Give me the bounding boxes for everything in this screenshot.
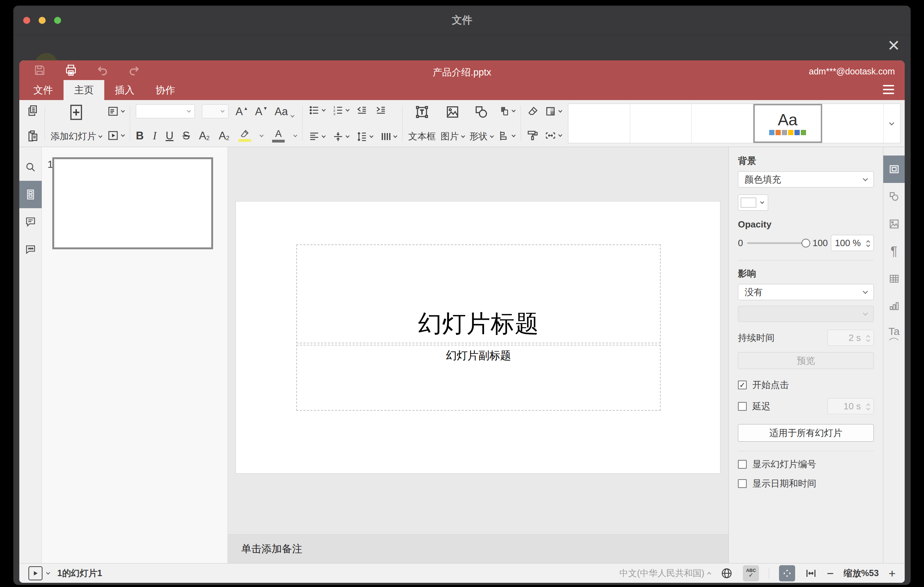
- notes-area[interactable]: 单击添加备注: [228, 534, 728, 563]
- start-on-click-checkbox[interactable]: ✓: [738, 381, 747, 389]
- slide-canvas[interactable]: 幻灯片标题 幻灯片副标题: [228, 147, 728, 534]
- horizontal-align-icon[interactable]: [308, 130, 325, 143]
- start-slideshow-status-icon[interactable]: [28, 566, 43, 580]
- fit-to-width-icon[interactable]: [805, 567, 817, 579]
- zoom-level[interactable]: 缩放%53: [843, 567, 879, 579]
- theme-tile-selected[interactable]: Aa: [753, 104, 822, 143]
- theme-tile[interactable]: [568, 104, 630, 143]
- theme-gallery-expand-icon[interactable]: [883, 104, 900, 143]
- apply-to-all-slides-button[interactable]: 适用于所有幻灯片: [738, 424, 874, 442]
- close-window-button[interactable]: [23, 17, 30, 24]
- insert-image-button[interactable]: 图片: [441, 104, 464, 143]
- delay-row: 延迟 10 s: [738, 398, 874, 414]
- bullet-list-icon[interactable]: [308, 104, 325, 116]
- zoom-window-button[interactable]: [54, 17, 61, 24]
- chart-settings-icon[interactable]: [883, 292, 905, 320]
- redo-icon[interactable]: [127, 64, 141, 77]
- font-name-select[interactable]: [136, 104, 195, 118]
- opacity-slider-knob[interactable]: [802, 239, 810, 247]
- tab-file[interactable]: 文件: [23, 80, 64, 100]
- vertical-align-icon[interactable]: [332, 130, 349, 143]
- menu-icon[interactable]: [883, 85, 894, 94]
- show-date-time-checkbox[interactable]: [738, 479, 747, 488]
- copy-icon[interactable]: [26, 104, 39, 117]
- font-color-icon[interactable]: A: [272, 129, 285, 143]
- fill-color-icon[interactable]: [544, 105, 562, 118]
- minimize-window-button[interactable]: [39, 17, 46, 24]
- print-icon[interactable]: [64, 64, 78, 77]
- increase-indent-icon[interactable]: [375, 104, 387, 116]
- chevron-down-icon[interactable]: [46, 571, 50, 574]
- slide-subtitle-text: 幻灯片副标题: [446, 348, 511, 363]
- comments-icon[interactable]: [19, 208, 42, 236]
- add-slide-button[interactable]: 添加幻灯片: [51, 104, 102, 143]
- slide-size-icon[interactable]: [544, 129, 562, 142]
- text-art-settings-icon[interactable]: Ta: [883, 320, 905, 347]
- subscript-icon[interactable]: A2: [219, 130, 229, 141]
- spell-check-icon[interactable]: ABC ✓: [743, 565, 759, 581]
- opacity-slider[interactable]: [747, 242, 806, 244]
- show-slide-number-checkbox[interactable]: [738, 460, 747, 469]
- line-spacing-icon[interactable]: [356, 130, 373, 143]
- canvas-column: 幻灯片标题 幻灯片副标题 单击添加备注: [228, 147, 728, 563]
- columns-icon[interactable]: [380, 130, 397, 143]
- subtitle-placeholder[interactable]: 幻灯片副标题: [296, 345, 661, 411]
- underline-icon[interactable]: U: [166, 130, 173, 141]
- start-slideshow-icon[interactable]: [107, 129, 124, 142]
- highlight-color-icon[interactable]: [238, 130, 251, 142]
- zoom-in-icon[interactable]: +: [889, 567, 896, 579]
- traffic-lights: [23, 17, 61, 24]
- fit-to-slide-icon[interactable]: [779, 565, 795, 581]
- tab-insert[interactable]: 插入: [104, 80, 145, 100]
- effect-select[interactable]: 没有: [738, 284, 874, 300]
- insert-shape-button[interactable]: 形状: [469, 104, 493, 143]
- slides-panel-icon[interactable]: [19, 181, 42, 208]
- undo-icon[interactable]: [96, 64, 109, 77]
- increase-font-icon[interactable]: A▲: [236, 106, 248, 117]
- insert-textbox-button[interactable]: 文本框: [408, 104, 436, 143]
- table-settings-icon[interactable]: [883, 265, 905, 292]
- strikeout-icon[interactable]: S: [183, 130, 190, 141]
- theme-tile[interactable]: [630, 104, 691, 143]
- tab-collaboration[interactable]: 协作: [145, 80, 186, 100]
- language-select[interactable]: 中文(中华人民共和国): [620, 567, 711, 579]
- bold-icon[interactable]: B: [136, 130, 144, 141]
- search-icon[interactable]: [19, 153, 42, 181]
- copy-style-icon[interactable]: [526, 129, 539, 142]
- slide-layout-icon[interactable]: [107, 105, 124, 118]
- shape-settings-icon[interactable]: [883, 183, 905, 210]
- opacity-spinner[interactable]: 100 %: [831, 235, 874, 251]
- delay-checkbox[interactable]: [738, 402, 747, 411]
- clipboard-group: [23, 104, 42, 143]
- theme-tile[interactable]: [822, 104, 883, 143]
- decrease-font-icon[interactable]: A▼: [255, 106, 268, 117]
- chat-icon[interactable]: [19, 236, 42, 263]
- decrease-indent-icon[interactable]: [356, 104, 368, 116]
- save-icon[interactable]: [33, 64, 46, 76]
- paragraph-settings-icon[interactable]: ¶: [883, 238, 905, 265]
- italic-icon[interactable]: I: [153, 130, 156, 141]
- theme-tile[interactable]: [691, 104, 753, 143]
- fill-type-select[interactable]: 颜色填充: [738, 171, 874, 188]
- slide-editor[interactable]: 幻灯片标题 幻灯片副标题: [236, 201, 720, 473]
- zoom-out-icon[interactable]: −: [827, 567, 834, 579]
- document-language-icon[interactable]: [720, 567, 733, 580]
- statusbar-right: 中文(中华人民共和国) ABC ✓: [620, 565, 896, 581]
- numbered-list-icon[interactable]: 1 2 3: [332, 104, 349, 116]
- tab-home[interactable]: 主页: [64, 80, 104, 100]
- background-color-picker[interactable]: [738, 195, 768, 211]
- align-shape-icon[interactable]: [498, 130, 515, 142]
- title-placeholder[interactable]: 幻灯片标题: [296, 244, 661, 343]
- clear-style-icon[interactable]: [526, 105, 539, 118]
- slide-thumbnail[interactable]: [52, 157, 213, 249]
- close-icon[interactable]: ✕: [887, 38, 900, 53]
- slide-thumbnails-panel: 1: [42, 147, 228, 563]
- app-window: 文件 ✕: [13, 6, 911, 585]
- slide-settings-icon[interactable]: [883, 155, 905, 183]
- image-settings-icon[interactable]: [883, 210, 905, 238]
- font-size-select[interactable]: [202, 104, 229, 118]
- superscript-icon[interactable]: A2: [199, 130, 210, 141]
- change-case-icon[interactable]: Aa: [274, 106, 294, 117]
- arrange-shape-icon[interactable]: [498, 105, 515, 117]
- paste-icon[interactable]: [26, 130, 39, 143]
